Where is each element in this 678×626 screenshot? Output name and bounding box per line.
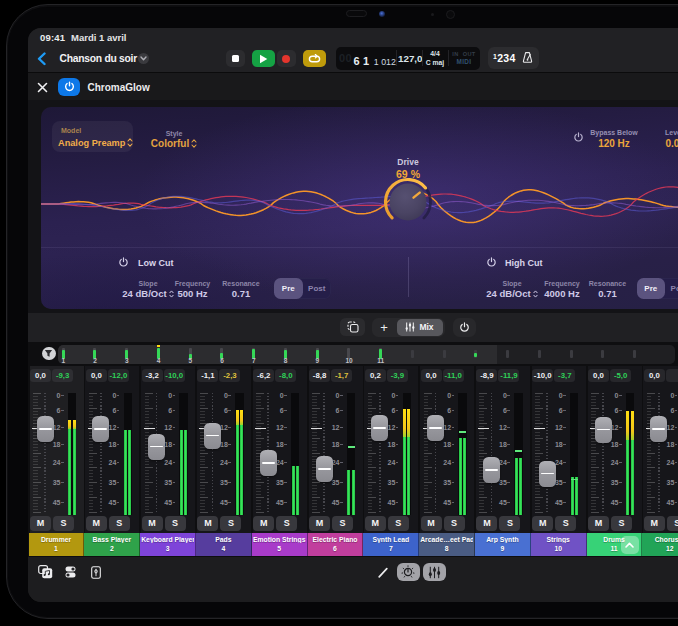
peak-value[interactable]: -11,0 — [443, 369, 464, 382]
compare-button[interactable] — [340, 318, 365, 336]
mute-button[interactable]: M — [30, 516, 51, 531]
peak-value[interactable]: -3,7 — [554, 369, 575, 382]
fader-handle[interactable] — [539, 461, 556, 487]
volume-value[interactable]: 0,0 — [588, 369, 609, 382]
mute-button[interactable]: M — [588, 516, 609, 531]
high-cut-pre-button[interactable]: Pre — [637, 278, 666, 299]
play-button[interactable] — [252, 50, 275, 67]
slope-value[interactable]: 24 dB/Oct — [485, 288, 539, 300]
fader-handle[interactable] — [204, 423, 221, 449]
track-label[interactable]: Electric Piano6 — [308, 533, 364, 556]
solo-button[interactable]: S — [109, 516, 130, 531]
peak-value[interactable]: -8,0 — [275, 369, 296, 382]
high-cut-resonance[interactable]: Resonance 0.71 — [585, 280, 631, 300]
high-cut-frequency[interactable]: Frequency 4000 Hz — [537, 280, 587, 300]
volume-value[interactable]: -6,2 — [253, 369, 274, 382]
back-chevron-icon[interactable] — [37, 52, 46, 66]
mute-button[interactable]: M — [309, 516, 330, 531]
track-label[interactable]: Emotion Strings5 — [252, 533, 308, 556]
low-cut-frequency[interactable]: Frequency 500 Hz — [169, 280, 217, 300]
mute-button[interactable]: M — [197, 516, 218, 531]
close-icon[interactable] — [37, 82, 48, 93]
controls-view-button[interactable] — [397, 563, 421, 581]
track-label[interactable]: Keyboard Player3 — [140, 533, 196, 556]
mute-button[interactable]: M — [644, 516, 665, 531]
solo-button[interactable]: S — [332, 516, 353, 531]
solo-button[interactable]: S — [611, 516, 632, 531]
frequency-value[interactable]: 4000 Hz — [537, 288, 587, 300]
mute-button[interactable]: M — [86, 516, 107, 531]
mixer-view-button[interactable] — [423, 563, 447, 581]
fader-handle[interactable] — [483, 457, 500, 483]
low-cut-resonance[interactable]: Resonance 0.71 — [218, 280, 264, 300]
lcd-display[interactable]: 00 6 1 1 012 127,0 4/4 C maj IN OUT MIDI — [336, 47, 480, 70]
peak-value[interactable]: -1,7 — [331, 369, 352, 382]
volume-value[interactable]: -10,0 — [532, 369, 553, 382]
track-label[interactable]: Drums11 — [587, 533, 643, 556]
mute-button[interactable]: M — [365, 516, 386, 531]
mute-button[interactable]: M — [142, 516, 163, 531]
mix-button[interactable]: Mix — [397, 319, 443, 336]
level-value[interactable]: 0.0 — [666, 138, 678, 149]
model-selector[interactable]: Model Analog Preamp — [52, 121, 133, 152]
pencil-icon[interactable] — [378, 567, 388, 578]
mute-button[interactable]: M — [421, 516, 442, 531]
peak-value[interactable]: -2,3 — [219, 369, 240, 382]
low-cut-pre-button[interactable]: Pre — [274, 278, 303, 299]
track-label[interactable]: Drummer1 — [29, 533, 85, 556]
peak-value[interactable]: -9,3 — [52, 369, 73, 382]
fader-handle[interactable] — [595, 417, 612, 443]
peak-value[interactable]: -11,9 — [498, 369, 519, 382]
fader-handle[interactable] — [650, 416, 667, 442]
volume-value[interactable]: -8,8 — [309, 369, 330, 382]
solo-button[interactable]: S — [444, 516, 465, 531]
low-cut-slope[interactable]: Slope 24 dB/Oct — [121, 280, 175, 300]
solo-button[interactable]: S — [667, 516, 678, 531]
drive-knob[interactable] — [369, 163, 447, 241]
track-label[interactable]: Pads4 — [196, 533, 252, 556]
fader-handle[interactable] — [37, 416, 54, 442]
record-button[interactable] — [277, 50, 297, 67]
low-cut-post-button[interactable]: Post — [303, 278, 332, 299]
plugin-power-button[interactable] — [58, 78, 80, 96]
track-label[interactable]: Arp Synth9 — [475, 533, 531, 556]
peak-value[interactable] — [666, 369, 678, 382]
peak-value[interactable]: -5,0 — [610, 369, 631, 382]
track-label[interactable]: Bass Player2 — [84, 533, 140, 556]
solo-button[interactable]: S — [220, 516, 241, 531]
solo-button[interactable]: S — [276, 516, 297, 531]
peak-value[interactable]: -3,9 — [387, 369, 408, 382]
track-label[interactable]: Chorus V12 — [642, 533, 678, 556]
style-selector[interactable]: Colorful — [149, 138, 199, 149]
channel-strip-icon[interactable] — [91, 566, 101, 579]
bypass-below-value[interactable]: 120 Hz — [564, 138, 664, 149]
track-label[interactable]: Strings10 — [531, 533, 587, 556]
strip-power-button[interactable] — [453, 318, 476, 338]
cycle-button[interactable] — [303, 50, 326, 67]
mute-button[interactable]: M — [253, 516, 274, 531]
track-label[interactable]: Synth Lead7 — [363, 533, 419, 556]
mute-button[interactable]: M — [532, 516, 553, 531]
track-label[interactable]: Arcade…eet Pad8 — [419, 533, 475, 556]
fader-handle[interactable] — [92, 416, 109, 442]
peak-value[interactable]: -12,0 — [108, 369, 129, 382]
volume-value[interactable]: 0,0 — [30, 369, 51, 382]
plugins-icon[interactable] — [65, 566, 76, 578]
high-cut-slope[interactable]: Slope 24 dB/Oct — [485, 280, 539, 300]
frequency-value[interactable]: 500 Hz — [169, 288, 217, 300]
project-title[interactable]: Chanson du soir — [60, 53, 137, 64]
peak-value[interactable]: -10,0 — [164, 369, 185, 382]
fader-handle[interactable] — [371, 415, 388, 441]
volume-value[interactable]: -1,1 — [197, 369, 218, 382]
count-in-button[interactable]: 1234 — [493, 52, 516, 64]
mute-button[interactable]: M — [476, 516, 497, 531]
solo-button[interactable]: S — [165, 516, 186, 531]
project-menu-button[interactable] — [138, 53, 149, 64]
fader-handle[interactable] — [316, 456, 333, 482]
resonance-value[interactable]: 0.71 — [218, 288, 264, 300]
volume-value[interactable]: 0,0 — [644, 369, 665, 382]
volume-value[interactable]: 0,2 — [365, 369, 386, 382]
low-cut-power-icon[interactable] — [118, 257, 129, 268]
high-cut-post-button[interactable]: Post — [665, 278, 678, 299]
volume-value[interactable]: 0,0 — [421, 369, 442, 382]
